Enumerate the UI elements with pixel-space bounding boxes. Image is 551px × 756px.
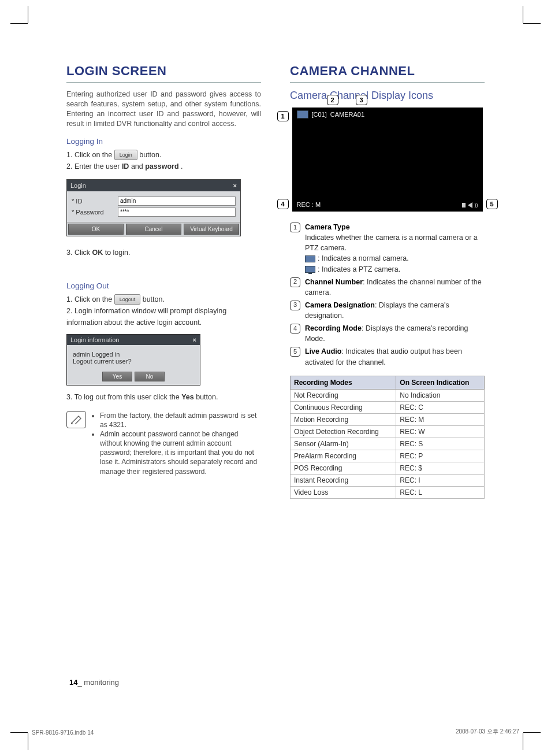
table-header: Recording Modes — [291, 376, 396, 389]
text: 2. Login information window will prompt … — [66, 307, 226, 327]
callout-5: 5 — [486, 199, 498, 209]
annotation-text: Channel Number: Indicates the channel nu… — [305, 277, 485, 298]
text: and — [131, 162, 145, 171]
recording-modes-table: Recording Modes On Screen Indication Not… — [290, 376, 485, 499]
table-row: POS RecordingREC: $ — [291, 462, 485, 474]
text: button. — [139, 151, 161, 159]
table-cell: REC: C — [396, 401, 485, 413]
annotation-number: 4 — [290, 324, 300, 333]
text: 2. Enter the user — [66, 162, 122, 171]
table-cell: Object Detection Recording — [291, 425, 396, 438]
table-cell: Continuous Recording — [291, 401, 396, 413]
callout-1: 1 — [277, 111, 289, 121]
annotation-row: 4Recording Mode: Displays the camera's r… — [290, 323, 485, 344]
cancel-button[interactable]: Cancel — [126, 224, 181, 235]
table-cell: Instant Recording — [291, 474, 396, 486]
print-info-right: 2008-07-03 오후 2:46:27 — [456, 728, 519, 736]
table-cell: PreAlarm Recording — [291, 450, 396, 462]
annotation-number: 5 — [290, 347, 300, 357]
camera-panel: 1 2 3 4 5 [C01] CAMERA01 REC : M )) — [292, 108, 483, 212]
print-info-left: SPR-9816-9716.indb 14 — [32, 729, 94, 736]
close-icon[interactable]: × — [193, 336, 196, 343]
table-row: Continuous RecordingREC: C — [291, 401, 485, 413]
table-row: Object Detection RecordingREC: W — [291, 425, 485, 438]
channel-number: [C01] — [312, 111, 327, 118]
password-input[interactable] — [118, 207, 236, 217]
note-item: Admin account password cannot be changed… — [100, 429, 261, 476]
logging-out-head: Logging Out — [66, 281, 261, 290]
annotation-row: 3Camera Designation: Displays the camera… — [290, 300, 485, 321]
text: Yes — [181, 393, 194, 401]
login-info-title: Login information — [70, 336, 119, 343]
password-label: * Password — [72, 209, 118, 216]
text: button. — [196, 393, 218, 401]
table-cell: Video Loss — [291, 486, 396, 498]
camera-designation: CAMERA01 — [330, 111, 364, 118]
table-row: Motion RecordingREC: M — [291, 413, 485, 425]
login-button-graphic: Login — [114, 150, 137, 160]
table-cell: REC: M — [396, 413, 485, 425]
text: 1. Click on the — [66, 151, 114, 159]
table-header: On Screen Indication — [396, 376, 485, 389]
page-footer: 14_ monitoring — [69, 678, 119, 687]
id-label: * ID — [72, 198, 118, 205]
annotation-row: 5Live Audio: Indicates that audio output… — [290, 346, 485, 367]
text: . — [181, 162, 183, 171]
table-cell: Sensor (Alarm-In) — [291, 438, 396, 450]
table-cell: Not Recording — [291, 389, 396, 401]
live-audio-icon: )) — [462, 202, 478, 208]
table-cell: No Indication — [396, 389, 485, 401]
login-intro: Entering authorized user ID and password… — [66, 90, 261, 129]
text: 1. Click on the — [66, 295, 114, 303]
close-icon[interactable]: × — [233, 182, 237, 189]
virtual-keyboard-button[interactable]: Virtual Keyboard — [184, 224, 239, 235]
table-row: Sensor (Alarm-In)REC: S — [291, 438, 485, 450]
login-steps: 1. Click on the Login button. 2. Enter t… — [66, 149, 261, 172]
logout-button-graphic: Logout — [114, 294, 141, 305]
note-item: From the factory, the default admin pass… — [100, 411, 261, 429]
table-cell: REC: P — [396, 450, 485, 462]
camera-subheading: Camera Channel Display Icons — [290, 90, 485, 102]
page-number: 14 — [69, 678, 77, 687]
annotation-text: Camera TypeIndicates whether the camera … — [305, 222, 485, 275]
table-cell: REC: W — [396, 425, 485, 438]
ok-button[interactable]: OK — [68, 224, 124, 235]
login-dialog: Login × * ID * Password OK Cancel — [66, 179, 241, 236]
callout-3: 3 — [356, 95, 367, 105]
note-block: From the factory, the default admin pass… — [66, 411, 261, 476]
annotation-row: 2Channel Number: Indicates the channel n… — [290, 277, 485, 298]
table-cell: REC: S — [396, 438, 485, 450]
text: OK — [92, 249, 103, 257]
camera-type-icon — [297, 110, 308, 118]
text: 3. Click — [66, 249, 92, 257]
table-row: PreAlarm RecordingREC: P — [291, 450, 485, 462]
logging-in-head: Logging In — [66, 137, 261, 146]
text: button. — [143, 295, 165, 303]
annotation-row: 1Camera TypeIndicates whether the camera… — [290, 222, 485, 275]
section-name: _ monitoring — [77, 678, 119, 687]
annotation-number: 3 — [290, 301, 300, 310]
table-cell: Motion Recording — [291, 413, 396, 425]
text: to login. — [105, 249, 131, 257]
login-info-dialog: Login information × admin Logged in Logo… — [66, 334, 200, 386]
yes-button[interactable]: Yes — [102, 372, 132, 381]
recording-mode-label: REC : M — [297, 201, 321, 208]
logout-steps: 1. Click on the Logout button. 2. Login … — [66, 294, 261, 328]
id-input[interactable] — [118, 197, 236, 206]
info-line2: Logout current user? — [73, 358, 194, 365]
text: 3. To log out from this user click the — [66, 393, 181, 401]
no-button[interactable]: No — [135, 372, 165, 381]
annotation-text: Live Audio: Indicates that audio output … — [305, 346, 485, 367]
annotation-number: 2 — [290, 277, 300, 287]
logout-step3: 3. To log out from this user click the Y… — [66, 391, 261, 403]
table-cell: REC: L — [396, 486, 485, 498]
table-cell: REC: I — [396, 474, 485, 486]
text: ID — [122, 162, 129, 171]
camera-heading: CAMERA CHANNEL — [290, 64, 485, 83]
table-row: Video LossREC: L — [291, 486, 485, 498]
table-row: Instant RecordingREC: I — [291, 474, 485, 486]
info-line1: admin Logged in — [73, 351, 194, 358]
table-cell: POS Recording — [291, 462, 396, 474]
callout-2: 2 — [327, 95, 338, 105]
callout-4: 4 — [277, 199, 289, 209]
